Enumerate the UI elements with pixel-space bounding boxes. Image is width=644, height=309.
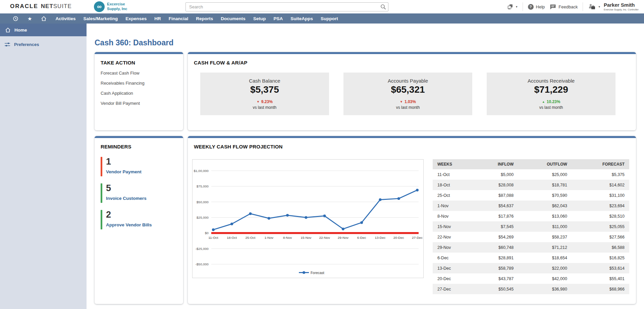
cell-outflow: $22,000 — [518, 263, 572, 273]
cell-forecast: $14,602 — [572, 180, 629, 190]
nav-menu-item[interactable]: HR — [154, 16, 161, 21]
kpi-delta: ▼ 1.03% — [343, 99, 472, 104]
table-row: 22-Nov $54,269 $58,237 $27,566 — [433, 232, 629, 242]
cell-week: 11-Oct — [433, 169, 474, 180]
table-header-row: WEEKS INFLOW OUTFLOW FORECAST — [433, 159, 629, 169]
take-action-link[interactable]: Cash Application — [101, 91, 177, 96]
table-row: 29-Nov $60,748 $71,212 $6,588 — [433, 242, 629, 253]
kpi-value: $71,229 — [487, 84, 615, 95]
take-action-title: TAKE ACTION — [101, 60, 183, 65]
table-row: 8-Nov $17,876 $13,060 $28,510 — [433, 211, 629, 221]
reminder-item[interactable]: 5 Invoice Customers — [101, 183, 177, 203]
cell-outflow: $70,590 — [518, 190, 572, 201]
cell-forecast: $25,055 — [572, 221, 629, 232]
main-content: Cash 360: Dashboard TAKE ACTION Forecast… — [87, 24, 644, 309]
nav-menu-item[interactable]: Documents — [221, 16, 246, 21]
svg-text:22-Nov: 22-Nov — [319, 236, 330, 239]
search-icon[interactable] — [380, 4, 386, 10]
nav-menu-item[interactable]: Sales/Marketing — [83, 16, 118, 21]
take-action-link[interactable]: Forecast Cash Flow — [101, 71, 177, 76]
svg-text:$75,000: $75,000 — [197, 184, 209, 188]
svg-text:15-Nov: 15-Nov — [301, 236, 311, 239]
svg-text:1-Nov: 1-Nov — [264, 236, 273, 239]
take-action-link[interactable]: Vendor Bill Payment — [101, 101, 177, 106]
user-menu[interactable]: ▾ Parker Smith Exercise Supply, Inc. Con… — [588, 2, 639, 11]
reminder-body: 1 Vendor Payment — [106, 157, 142, 176]
oracle-netsuite-logo[interactable]: ORACLENETSUITE — [10, 3, 72, 10]
kpi-delta: ▼ 9.23% — [200, 99, 329, 104]
col-header-inflow: INFLOW — [474, 159, 518, 169]
table-row: 1-Nov $54,637 $62,043 $23,694 — [433, 201, 629, 211]
kpi-label: Accounts Payable — [343, 78, 472, 84]
nav-menu-item[interactable]: Financial — [169, 16, 189, 21]
svg-text:13-Dec: 13-Dec — [375, 236, 385, 239]
reminder-item[interactable]: 2 Approve Vendor Bills — [101, 210, 177, 229]
sidebar-item-preferences[interactable]: Preferences — [0, 40, 87, 49]
svg-text:$50,000: $50,000 — [197, 200, 209, 204]
quick-add-icon — [507, 3, 514, 10]
netsuite-dashboard: ORACLENETSUITE ∞ Excercise Supply, Inc — [0, 0, 644, 309]
help-button[interactable]: ? Help — [528, 4, 545, 10]
nav-menu-item[interactable]: Support — [321, 16, 338, 21]
cell-outflow: $36,980 — [518, 284, 572, 294]
nav-icons: ★ — [0, 16, 55, 21]
nav-menu-item[interactable]: SuiteApps — [290, 16, 313, 21]
recent-records-icon[interactable] — [13, 16, 18, 21]
cell-forecast: $23,694 — [572, 201, 629, 211]
feedback-label: Feedback — [558, 4, 578, 9]
cell-inflow: $87,088 — [474, 190, 518, 201]
delta-percent: 1.03% — [405, 99, 416, 104]
col-header-forecast: FORECAST — [572, 159, 629, 169]
projection-title: WEEKLY CASH FLOW PROJECTION — [194, 144, 636, 149]
search-input[interactable] — [185, 2, 388, 11]
svg-text:-$50,000: -$50,000 — [196, 262, 209, 266]
take-action-link[interactable]: Receivables Financing — [101, 81, 177, 86]
page-title: Cash 360: Dashboard — [95, 38, 173, 47]
reminder-link[interactable]: Approve Vendor Bills — [106, 222, 152, 227]
cloud-logo-icon: ∞ — [94, 1, 105, 12]
sidebar-home-label: Home — [14, 28, 27, 33]
table-row: 15-Nov $7,545 $11,000 $25,055 — [433, 221, 629, 232]
reminder-body: 5 Invoice Customers — [106, 183, 147, 203]
cell-forecast: $5,375 — [572, 169, 629, 180]
caret-down-icon: ▾ — [598, 5, 600, 8]
cell-forecast: $55,401 — [572, 273, 629, 284]
home-icon[interactable] — [41, 16, 47, 21]
nav-menu-item[interactable]: Setup — [253, 16, 266, 21]
cashflow-chart-container: $1,00,000$75,000$50,000$25,000$0-$25,000… — [192, 159, 424, 278]
sliders-icon — [4, 42, 10, 47]
reminder-link[interactable]: Invoice Customers — [106, 196, 147, 201]
reminder-link[interactable]: Vendor Payment — [106, 169, 142, 174]
kpi-label: Accounts Receivable — [487, 78, 615, 84]
sidebar-item-home[interactable]: Home — [0, 24, 87, 36]
infinity-glyph: ∞ — [97, 3, 102, 10]
quick-add-menu[interactable]: ▾ — [507, 3, 518, 10]
company-badge[interactable]: ∞ Excercise Supply, Inc — [94, 1, 127, 12]
reminders-panel: REMINDERS 1 Vendor Payment 5 — [95, 136, 183, 304]
projection-table: WEEKS INFLOW OUTFLOW FORECAST 11-Oct $5,… — [433, 159, 629, 294]
reminder-item[interactable]: 1 Vendor Payment — [101, 157, 177, 176]
nav-menu-item[interactable]: PSA — [273, 16, 283, 21]
nav-menu-item[interactable]: Expenses — [125, 16, 147, 21]
svg-text:8-Nov: 8-Nov — [283, 236, 292, 239]
cell-week: 13-Dec — [433, 263, 474, 273]
user-role-icon — [588, 4, 596, 10]
cashflow-chart: $1,00,000$75,000$50,000$25,000$0-$25,000… — [193, 160, 423, 278]
reminder-body: 2 Approve Vendor Bills — [106, 210, 152, 229]
table-row: 20-Dec $43,787 $42,000 $55,401 — [433, 273, 629, 284]
feedback-button[interactable]: Feedback — [550, 4, 578, 10]
shortcuts-star-icon[interactable]: ★ — [28, 16, 32, 21]
svg-text:-$25,000: -$25,000 — [196, 247, 209, 251]
cell-week: 27-Dec — [433, 284, 474, 294]
cell-week: 25-Oct — [433, 190, 474, 201]
projection-panel: WEEKLY CASH FLOW PROJECTION $1,00,000$75… — [188, 136, 636, 304]
table-row: 18-Oct $28,008 $18,781 $14,602 — [433, 180, 629, 190]
cell-week: 22-Nov — [433, 232, 474, 242]
cell-outflow: $71,212 — [518, 242, 572, 253]
reminder-color-bar — [101, 183, 102, 203]
svg-text:18-Oct: 18-Oct — [227, 236, 237, 239]
nav-menu-item[interactable]: Activities — [55, 16, 75, 21]
nav-menu-item[interactable]: Reports — [196, 16, 213, 21]
reminder-count: 1 — [106, 157, 142, 167]
cell-week: 29-Nov — [433, 242, 474, 253]
